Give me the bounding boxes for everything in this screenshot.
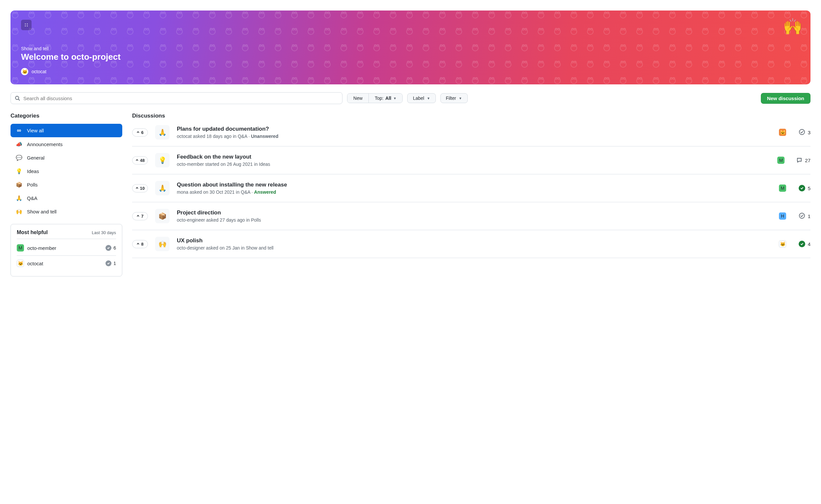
category-icon: ∞ bbox=[16, 127, 22, 134]
discussion-meta: octo-engineer asked 27 days ago in Polls bbox=[177, 217, 772, 223]
category-label: Polls bbox=[27, 182, 38, 187]
participant-avatar[interactable]: M bbox=[777, 157, 785, 164]
category-item[interactable]: 🙏Q&A bbox=[11, 192, 122, 205]
discussion-title[interactable]: Feedback on the new layout bbox=[177, 154, 770, 160]
helpful-user-row[interactable]: 🐱octocat1 bbox=[17, 255, 116, 271]
upvote-button[interactable]: 10 bbox=[132, 184, 148, 192]
discussion-category-icon: 🙏 bbox=[155, 125, 169, 140]
svg-point-7 bbox=[799, 213, 805, 218]
caret-down-icon: ▼ bbox=[427, 97, 430, 100]
upvote-button[interactable]: 7 bbox=[132, 212, 148, 220]
category-item[interactable]: 🙌Show and tell bbox=[11, 205, 122, 218]
top-button[interactable]: Top: All ▼ bbox=[368, 94, 402, 103]
discussion-title[interactable]: UX polish bbox=[177, 237, 772, 244]
upvote-button[interactable]: 8 bbox=[132, 240, 148, 248]
main-content: Discussions 6🙏Plans for updated document… bbox=[132, 113, 810, 276]
filter-button[interactable]: Filter▼ bbox=[440, 93, 468, 103]
discussion-row[interactable]: 6🙏Plans for updated documentation?octoca… bbox=[132, 124, 810, 146]
discussion-meta: mona asked on 30 Oct 2021 in Q&A · Answe… bbox=[177, 189, 772, 195]
discussion-title[interactable]: Question about installing the new releas… bbox=[177, 182, 772, 188]
discussions-title: Discussions bbox=[132, 113, 810, 119]
svg-point-3 bbox=[27, 26, 28, 27]
banner-title: Welcome to octo-project bbox=[21, 52, 800, 62]
search-input[interactable] bbox=[23, 96, 338, 101]
new-discussion-button[interactable]: New discussion bbox=[761, 93, 810, 104]
arrow-up-icon bbox=[135, 159, 139, 162]
avatar: 🐱 bbox=[17, 260, 24, 267]
banner-category: Show and tell bbox=[21, 46, 800, 51]
category-label: Show and tell bbox=[27, 209, 56, 214]
discussion-meta: octocat asked 18 days ago in Q&A · Unans… bbox=[177, 134, 772, 139]
category-label: Q&A bbox=[27, 195, 37, 201]
discussion-title[interactable]: Plans for updated documentation? bbox=[177, 126, 772, 132]
category-label: Announcements bbox=[27, 142, 62, 147]
helpful-title: Most helpful bbox=[17, 230, 48, 235]
caret-down-icon: ▼ bbox=[459, 97, 462, 100]
check-icon bbox=[105, 245, 111, 251]
discussions-list: 6🙏Plans for updated documentation?octoca… bbox=[132, 124, 810, 258]
discussion-category-icon: 📦 bbox=[155, 209, 169, 223]
search-input-wrapper[interactable] bbox=[11, 92, 343, 104]
category-icon: 📦 bbox=[16, 182, 22, 188]
discussion-meta: octo-designer asked on 25 Jan in Show an… bbox=[177, 245, 772, 251]
new-button[interactable]: New bbox=[347, 94, 368, 103]
helpful-count: 1 bbox=[105, 260, 116, 266]
discussion-category-icon: 🙏 bbox=[155, 181, 169, 195]
banner-author-name: octocat bbox=[32, 69, 46, 74]
participant-avatar[interactable]: 🐱 bbox=[779, 240, 786, 248]
categories-title: Categories bbox=[11, 113, 122, 119]
helpful-user-row[interactable]: Mocto-member6 bbox=[17, 240, 116, 255]
helpful-count: 6 bbox=[105, 245, 116, 251]
search-icon bbox=[15, 96, 20, 101]
comment-count[interactable]: 5 bbox=[798, 185, 810, 191]
helpful-subtitle: Last 30 days bbox=[92, 230, 116, 235]
category-icon: 💡 bbox=[16, 168, 22, 174]
svg-point-4 bbox=[15, 96, 19, 99]
arrow-up-icon bbox=[136, 242, 140, 246]
comment-count[interactable]: 1 bbox=[798, 212, 810, 220]
sort-group: New Top: All ▼ bbox=[347, 93, 403, 103]
comment-icon bbox=[796, 157, 802, 163]
label-button[interactable]: Label▼ bbox=[407, 93, 435, 103]
sidebar: Categories ∞View all📣Announcements💬Gener… bbox=[11, 113, 122, 276]
most-helpful-card: Most helpful Last 30 days Mocto-member6🐱… bbox=[11, 224, 122, 276]
categories-list: ∞View all📣Announcements💬General💡Ideas📦Po… bbox=[11, 124, 122, 218]
category-item[interactable]: ∞View all bbox=[11, 124, 122, 137]
grip-icon[interactable] bbox=[21, 20, 32, 30]
discussion-row[interactable]: 8🙌UX polishocto-designer asked on 25 Jan… bbox=[132, 230, 810, 258]
comment-count[interactable]: 4 bbox=[798, 241, 810, 247]
check-icon bbox=[105, 260, 111, 266]
comment-count[interactable]: 3 bbox=[798, 129, 810, 136]
pinned-discussion-banner[interactable]: 🙌 Show and tell Welcome to octo-project … bbox=[11, 11, 810, 84]
discussion-row[interactable]: 48💡Feedback on the new layoutocto-member… bbox=[132, 146, 810, 174]
helpful-user-name: octo-member bbox=[27, 245, 102, 251]
top-value: All bbox=[386, 96, 391, 101]
upvote-button[interactable]: 6 bbox=[132, 128, 148, 137]
discussion-row[interactable]: 7📦Project directionocto-engineer asked 2… bbox=[132, 202, 810, 230]
status-unanswered: Unanswered bbox=[251, 134, 278, 139]
comment-count[interactable]: 27 bbox=[796, 157, 810, 163]
category-icon: 📣 bbox=[16, 141, 22, 147]
svg-point-2 bbox=[25, 26, 26, 27]
category-item[interactable]: 💡Ideas bbox=[11, 165, 122, 178]
category-item[interactable]: 📦Polls bbox=[11, 178, 122, 191]
discussion-meta: octo-member started on 26 Aug 2021 in Id… bbox=[177, 162, 770, 167]
category-item[interactable]: 📣Announcements bbox=[11, 138, 122, 151]
toolbar: New Top: All ▼ Label▼ Filter▼ New discus… bbox=[11, 92, 810, 104]
svg-point-1 bbox=[27, 24, 28, 25]
top-prefix: Top: bbox=[375, 96, 383, 101]
discussion-category-icon: 🙌 bbox=[155, 237, 169, 251]
banner-author[interactable]: 🐱 octocat bbox=[21, 68, 800, 75]
upvote-button[interactable]: 48 bbox=[132, 156, 148, 164]
check-circle-icon bbox=[799, 129, 805, 136]
participant-avatar[interactable]: M bbox=[779, 185, 786, 192]
discussion-title[interactable]: Project direction bbox=[177, 209, 772, 216]
category-item[interactable]: 💬General bbox=[11, 151, 122, 164]
participant-avatar[interactable]: H bbox=[779, 212, 786, 220]
svg-point-0 bbox=[25, 24, 26, 25]
participant-avatar[interactable]: 😺 bbox=[779, 129, 786, 136]
category-icon: 💬 bbox=[16, 155, 22, 161]
check-circle-icon bbox=[799, 212, 805, 220]
discussion-row[interactable]: 10🙏Question about installing the new rel… bbox=[132, 174, 810, 202]
avatar: 🐱 bbox=[21, 68, 28, 75]
